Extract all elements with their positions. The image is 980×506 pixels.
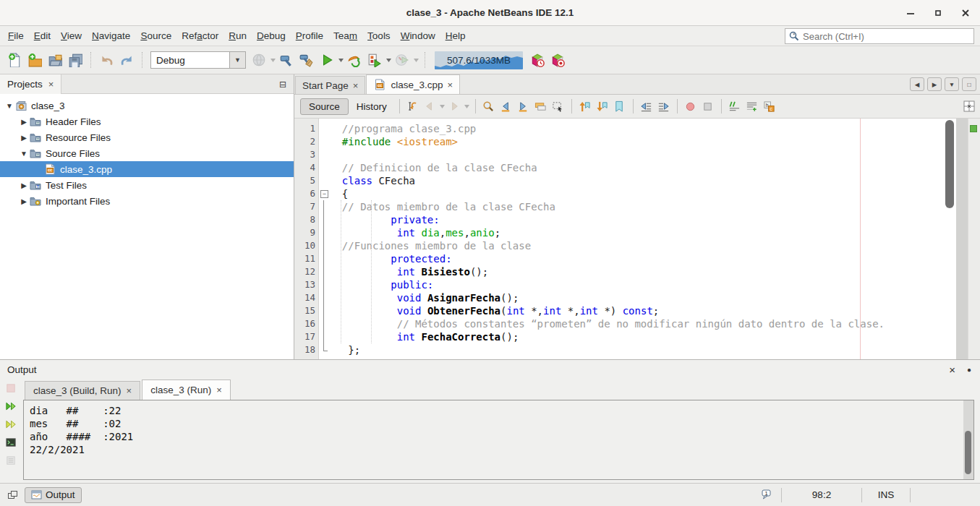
config-select-arrow-icon[interactable]: ▼ <box>229 52 245 68</box>
history-view-button[interactable]: History <box>349 99 395 114</box>
toggle-highlight-search-icon[interactable] <box>532 98 550 115</box>
save-all-icon[interactable] <box>65 50 85 70</box>
search-box[interactable] <box>785 28 974 44</box>
tree-item-clase-3-cpp[interactable]: ccclase_3.cpp <box>0 161 294 177</box>
run-project-icon[interactable] <box>317 50 337 70</box>
redo-icon[interactable] <box>116 50 137 70</box>
menu-item-file[interactable]: File <box>3 27 29 44</box>
output-tab-clase-3-build-run-[interactable]: clase_3 (Build, Run)× <box>25 381 140 400</box>
output-scrollbar-track[interactable] <box>963 400 973 479</box>
no-errors-indicator[interactable] <box>970 125 977 132</box>
last-edit-location-icon[interactable] <box>404 98 422 115</box>
tree-expander-icon[interactable]: ▶ <box>19 181 29 189</box>
menu-item-profile[interactable]: Profile <box>291 27 328 44</box>
rerun-with-params-icon[interactable] <box>3 416 19 432</box>
shift-line-right-icon[interactable] <box>655 98 673 115</box>
tree-item-clase-3[interactable]: ▼clase_3 <box>0 98 294 113</box>
build-configuration-select[interactable]: Debug▼ <box>150 51 246 69</box>
editor-tab-start-page[interactable]: Start Page× <box>295 76 365 94</box>
profiler-snapshot-clock-icon[interactable] <box>527 50 547 70</box>
float-window-icon[interactable]: ● <box>967 366 971 374</box>
close-window-icon[interactable] <box>957 4 974 22</box>
dropdown-arrow-icon[interactable] <box>385 50 392 70</box>
split-document-icon[interactable] <box>963 100 976 115</box>
menu-item-window[interactable]: Window <box>396 27 440 44</box>
maximize-editor-icon[interactable]: □ <box>962 77 976 91</box>
search-icon[interactable] <box>785 30 803 42</box>
comment-icon[interactable] <box>726 98 743 115</box>
go-to-header-source-icon[interactable]: hc <box>761 98 778 115</box>
close-tab-icon[interactable]: × <box>216 385 222 395</box>
new-project-icon[interactable] <box>25 50 45 70</box>
find-next-occurrence-icon[interactable] <box>515 98 532 115</box>
menu-item-debug[interactable]: Debug <box>252 27 291 44</box>
tree-item-important-files[interactable]: ▶Important Files <box>0 193 294 209</box>
uncomment-icon[interactable] <box>743 98 761 115</box>
debug-alt-icon[interactable] <box>344 50 365 70</box>
tree-expander-icon[interactable]: ▼ <box>4 102 14 110</box>
previous-bookmark-icon[interactable] <box>576 98 594 115</box>
close-projects-tab-icon[interactable]: × <box>48 80 54 89</box>
editor-scrollbar-track[interactable] <box>956 119 968 359</box>
minimize-panel-icon[interactable]: ⊟ <box>276 78 289 91</box>
debug-project-icon[interactable]: 3 <box>365 50 385 70</box>
terminal-icon[interactable] <box>3 434 19 450</box>
menu-item-tools[interactable]: Tools <box>362 27 396 44</box>
output-scrollbar-thumb[interactable] <box>965 431 971 474</box>
rerun-icon[interactable] <box>3 398 19 414</box>
tree-item-test-files[interactable]: ▶TTest Files <box>0 177 294 193</box>
open-project-icon[interactable] <box>45 50 65 70</box>
clean-build-project-icon[interactable] <box>297 50 317 70</box>
profiler-record-icon[interactable] <box>547 50 568 70</box>
editor-scrollbar-thumb[interactable] <box>945 120 954 208</box>
rectangular-selection-icon[interactable] <box>550 98 567 115</box>
menu-item-edit[interactable]: Edit <box>29 27 56 44</box>
menu-item-refactor[interactable]: Refactor <box>176 27 223 44</box>
tree-expander-icon[interactable]: ▶ <box>19 118 29 126</box>
toggle-bookmark-icon[interactable] <box>611 98 629 115</box>
fold-marker[interactable] <box>320 187 329 200</box>
minimize-window-icon[interactable] <box>902 4 919 22</box>
output-toggle-button[interactable]: Output <box>25 487 82 503</box>
tree-expander-icon[interactable]: ▶ <box>19 197 29 205</box>
dropdown-arrow-icon[interactable] <box>337 50 344 70</box>
memory-indicator[interactable]: 507.6/1033MB <box>435 51 523 69</box>
search-input[interactable] <box>803 31 973 42</box>
undo-icon[interactable] <box>96 50 116 70</box>
code-fold-column[interactable] <box>320 119 329 359</box>
start-macro-recording-icon[interactable] <box>682 98 699 115</box>
close-output-icon[interactable]: × <box>949 364 955 376</box>
menu-item-help[interactable]: Help <box>440 27 471 44</box>
source-view-button[interactable]: Source <box>300 98 349 115</box>
stop-macro-recording-icon[interactable] <box>699 98 717 115</box>
tree-expander-icon[interactable]: ▶ <box>19 134 29 142</box>
tab-list-dropdown-icon[interactable]: ▼ <box>945 77 959 91</box>
menu-item-navigate[interactable]: Navigate <box>87 27 135 44</box>
close-tab-icon[interactable]: × <box>127 386 132 395</box>
output-tab-clase-3-run-[interactable]: clase_3 (Run)× <box>142 380 231 400</box>
scroll-tabs-left-icon[interactable]: ◀ <box>910 77 924 91</box>
build-project-icon[interactable] <box>276 50 297 70</box>
tree-item-header-files[interactable]: ▶Header Files <box>0 113 294 129</box>
next-bookmark-icon[interactable] <box>594 98 611 115</box>
dock-windows-icon[interactable] <box>7 489 19 501</box>
maximize-window-icon[interactable] <box>929 4 947 22</box>
console-output[interactable]: dia ## :22mes ## :02año #### :202122/2/2… <box>23 400 974 480</box>
close-tab-icon[interactable]: × <box>353 81 359 90</box>
close-tab-icon[interactable]: × <box>447 80 453 90</box>
tab-projects[interactable]: Projects × <box>0 74 61 94</box>
tree-item-resource-files[interactable]: ▶Resource Files <box>0 129 294 145</box>
find-selection-icon[interactable] <box>480 98 498 115</box>
new-file-icon[interactable] <box>4 50 25 70</box>
scroll-tabs-right-icon[interactable]: ▶ <box>927 77 942 91</box>
tree-item-source-files[interactable]: ▼Source Files <box>0 145 294 161</box>
notifications-icon[interactable]: 1 <box>754 489 781 502</box>
find-previous-occurrence-icon[interactable] <box>498 98 515 115</box>
code-editor[interactable]: 123456789101112131415161718 //programa c… <box>294 119 980 359</box>
menu-item-view[interactable]: View <box>56 27 87 44</box>
shift-line-left-icon[interactable] <box>638 98 655 115</box>
menu-item-run[interactable]: Run <box>223 27 252 44</box>
tree-expander-icon[interactable]: ▼ <box>19 150 29 158</box>
menu-item-source[interactable]: Source <box>135 27 176 44</box>
editor-tab-clase-3-cpp[interactable]: ccclase_3.cpp× <box>366 74 460 94</box>
